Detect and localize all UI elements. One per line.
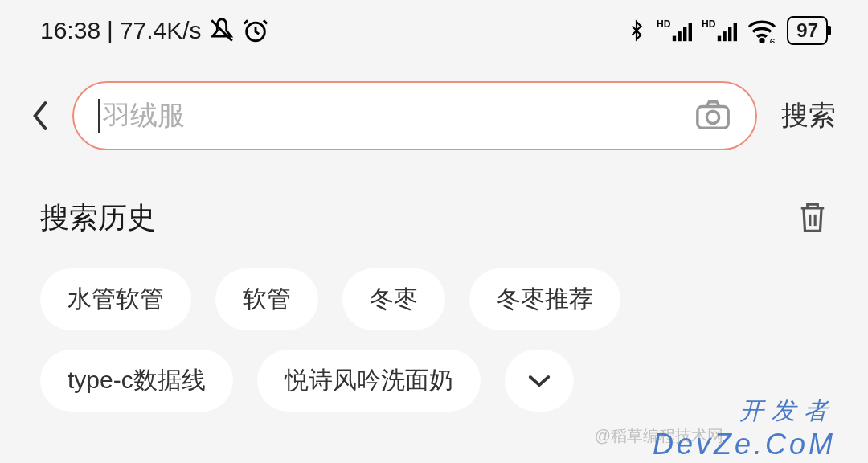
signal-2-icon: HD [702, 18, 737, 43]
status-bar: 16:38 | 77.4K/s HD [0, 0, 868, 57]
svg-rect-3 [673, 36, 676, 42]
svg-rect-5 [683, 27, 686, 42]
watermark-main: DevZe.CoM [653, 428, 836, 461]
search-placeholder: 羽绒服 [103, 97, 185, 134]
svg-point-12 [760, 39, 764, 43]
expand-button[interactable] [505, 350, 574, 412]
svg-rect-11 [734, 23, 737, 41]
svg-rect-6 [689, 23, 692, 41]
svg-rect-14 [698, 106, 728, 128]
status-right: HD HD 6 97 [626, 16, 828, 45]
history-tag[interactable]: 软管 [215, 268, 318, 330]
svg-rect-9 [723, 31, 727, 41]
signal-1-icon: HD [657, 18, 692, 43]
back-button[interactable] [24, 100, 56, 132]
history-tag[interactable]: 水管软管 [40, 268, 191, 330]
wifi-icon: 6 [747, 18, 777, 43]
svg-rect-4 [678, 31, 682, 41]
mute-icon [208, 17, 235, 44]
svg-rect-8 [718, 36, 721, 42]
bluetooth-icon [626, 18, 647, 43]
watermark-brand: 开发者 DevZe.CoM [653, 395, 836, 461]
svg-rect-10 [728, 27, 731, 42]
history-tag[interactable]: 悦诗风吟洗面奶 [257, 350, 481, 412]
svg-text:HD: HD [702, 18, 716, 30]
svg-line-0 [211, 20, 232, 41]
history-tag[interactable]: type-c数据线 [40, 350, 233, 412]
search-row: 羽绒服 搜索 [0, 57, 868, 166]
search-button[interactable]: 搜索 [773, 97, 844, 134]
search-input[interactable]: 羽绒服 [98, 97, 694, 134]
history-header: 搜索历史 [0, 166, 868, 254]
camera-icon[interactable] [694, 98, 731, 133]
network-speed: 77.4K/s [120, 17, 202, 44]
status-separator: | [107, 17, 113, 44]
clock: 16:38 [40, 17, 100, 44]
history-title: 搜索历史 [40, 199, 156, 238]
history-tag[interactable]: 冬枣 [342, 268, 445, 330]
battery-indicator: 97 [787, 16, 828, 45]
watermark-pre: 开发者 [653, 395, 836, 428]
svg-point-15 [706, 111, 719, 123]
search-box[interactable]: 羽绒服 [72, 81, 757, 150]
svg-text:HD: HD [657, 18, 671, 30]
trash-icon[interactable] [797, 200, 828, 237]
history-tag[interactable]: 冬枣推荐 [469, 268, 620, 330]
text-cursor [98, 99, 100, 133]
alarm-icon [242, 17, 269, 44]
status-left: 16:38 | 77.4K/s [40, 17, 269, 44]
svg-text:6: 6 [770, 37, 776, 43]
